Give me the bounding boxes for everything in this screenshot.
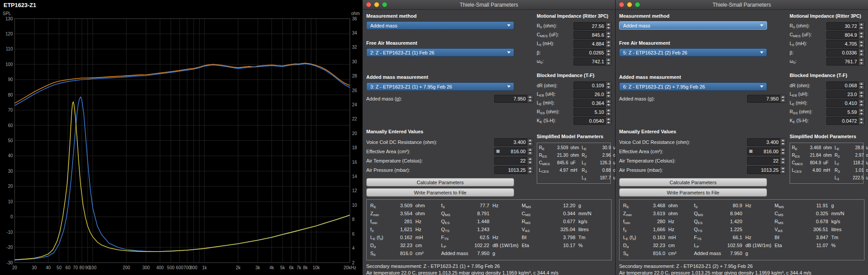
spinner-down-button[interactable] bbox=[859, 26, 864, 30]
spinner-down-button[interactable] bbox=[780, 170, 786, 174]
spinner-up-button[interactable] bbox=[859, 91, 864, 94]
dr-input[interactable]: 0.109 bbox=[574, 81, 612, 89]
spinner-up-button[interactable] bbox=[606, 23, 611, 26]
minimize-button[interactable] bbox=[627, 2, 632, 7]
spinner-up-button[interactable] bbox=[859, 100, 864, 103]
spinner-up-button[interactable] bbox=[606, 82, 611, 85]
l0-input[interactable]: 4.705 bbox=[826, 40, 864, 48]
spinner-up-button[interactable] bbox=[780, 167, 786, 170]
cmes-input[interactable]: 804.9 bbox=[826, 31, 864, 39]
spinner-down-button[interactable] bbox=[606, 103, 611, 107]
spinner-up-button[interactable] bbox=[606, 49, 611, 53]
area-calculator-icon[interactable]: ▦ bbox=[495, 148, 500, 155]
spinner-up-button[interactable] bbox=[780, 95, 786, 99]
measurement-chart[interactable]: 1301201101009080706050403020100-10-20-30… bbox=[0, 0, 362, 275]
spinner-down-button[interactable] bbox=[606, 26, 611, 30]
window-titlebar[interactable]: Thiele-Small Parameters bbox=[363, 0, 615, 10]
r0-input[interactable]: 30.72 bbox=[826, 22, 864, 30]
effective-area-input[interactable]: ▦ 816.00 bbox=[747, 147, 786, 155]
free-air-measurement-select[interactable]: 2: Z - ETP1623-Z1 (1) Feb 26 bbox=[366, 48, 514, 57]
zoom-button[interactable] bbox=[635, 2, 640, 7]
spinner-down-button[interactable] bbox=[780, 142, 786, 146]
spinner-up-button[interactable] bbox=[606, 91, 611, 94]
spinner-down-button[interactable] bbox=[527, 151, 533, 155]
spinner-down-button[interactable] bbox=[606, 62, 611, 66]
beta-input[interactable]: 0.0336 bbox=[826, 49, 864, 57]
spinner-up-button[interactable] bbox=[859, 82, 864, 85]
calculate-parameters-button[interactable]: Calculate Parameters bbox=[619, 178, 767, 186]
spinner-down-button[interactable] bbox=[606, 112, 611, 116]
ke-input[interactable]: 0.0472 bbox=[826, 117, 864, 125]
measurement-method-select[interactable]: Added mass bbox=[619, 21, 767, 30]
spinner-up-button[interactable] bbox=[527, 148, 533, 151]
spinner-up-button[interactable] bbox=[859, 31, 864, 35]
spinner-down-button[interactable] bbox=[606, 44, 611, 48]
spinner-down-button[interactable] bbox=[780, 99, 786, 103]
minimize-button[interactable] bbox=[374, 2, 379, 7]
spinner-down-button[interactable] bbox=[606, 85, 611, 89]
spinner-up-button[interactable] bbox=[527, 167, 533, 170]
spinner-up-button[interactable] bbox=[606, 117, 611, 121]
spinner-up-button[interactable] bbox=[606, 108, 611, 112]
spinner-down-button[interactable] bbox=[527, 142, 533, 146]
le-input[interactable]: 0.364 bbox=[574, 99, 612, 107]
spinner-down-button[interactable] bbox=[527, 170, 533, 174]
le-input[interactable]: 0.410 bbox=[826, 99, 864, 107]
spinner-down-button[interactable] bbox=[606, 53, 611, 57]
spinner-down-button[interactable] bbox=[859, 44, 864, 48]
beta-input[interactable]: 0.0265 bbox=[574, 49, 612, 57]
measurement-method-select[interactable]: Added mass bbox=[366, 21, 514, 30]
window-titlebar[interactable]: Thiele-Small Parameters bbox=[616, 0, 868, 10]
spinner-up-button[interactable] bbox=[780, 157, 786, 161]
spinner-up-button[interactable] bbox=[780, 139, 786, 142]
spinner-up-button[interactable] bbox=[527, 95, 533, 99]
omega0-input[interactable]: 761.7 bbox=[826, 58, 864, 66]
area-calculator-icon[interactable]: ▦ bbox=[748, 148, 753, 155]
air-pressure-input[interactable]: 1013.25 bbox=[494, 166, 533, 174]
added-mass-measurement-select[interactable]: 6: Z - ETP1623-Z1 (2) + 7.95g Feb 26 bbox=[619, 82, 767, 91]
spinner-up-button[interactable] bbox=[859, 40, 864, 44]
spinner-up-button[interactable] bbox=[606, 100, 611, 103]
spinner-down-button[interactable] bbox=[606, 121, 611, 125]
r0-input[interactable]: 27.56 bbox=[574, 22, 612, 30]
spinner-up-button[interactable] bbox=[859, 58, 864, 62]
spinner-down-button[interactable] bbox=[606, 94, 611, 98]
spinner-up-button[interactable] bbox=[859, 108, 864, 112]
spinner-up-button[interactable] bbox=[606, 31, 611, 35]
rss-input[interactable]: 5.59 bbox=[826, 108, 864, 116]
write-parameters-button[interactable]: Write Parameters to File bbox=[366, 188, 514, 197]
free-air-measurement-select[interactable]: 5: Z - ETP1623-Z1 (2) Feb 26 bbox=[619, 48, 767, 57]
ke-input[interactable]: 0.0540 bbox=[574, 117, 612, 125]
added-mass-input[interactable]: 7.950 bbox=[494, 95, 533, 103]
omega0-input[interactable]: 742.1 bbox=[574, 58, 612, 66]
spinner-up-button[interactable] bbox=[859, 117, 864, 121]
spinner-up-button[interactable] bbox=[780, 148, 786, 151]
voice-coil-resistance-input[interactable]: 3.400 bbox=[747, 138, 786, 146]
air-temperature-input[interactable]: 22 bbox=[494, 157, 533, 165]
added-mass-measurement-select[interactable]: 3: Z - ETP1623-Z1 (1) + 7.95g Feb 26 bbox=[366, 82, 514, 91]
spinner-up-button[interactable] bbox=[606, 40, 611, 44]
spinner-down-button[interactable] bbox=[859, 35, 864, 39]
added-mass-input[interactable]: 7.950 bbox=[747, 95, 786, 103]
l0-input[interactable]: 4.884 bbox=[574, 40, 612, 48]
write-parameters-button[interactable]: Write Parameters to File bbox=[619, 188, 767, 197]
zoom-button[interactable] bbox=[382, 2, 387, 7]
dr-input[interactable]: 0.068 bbox=[826, 81, 864, 89]
calculate-parameters-button[interactable]: Calculate Parameters bbox=[366, 178, 514, 186]
spinner-down-button[interactable] bbox=[859, 62, 864, 66]
spinner-down-button[interactable] bbox=[780, 151, 786, 155]
air-pressure-input[interactable]: 1013.25 bbox=[747, 166, 786, 174]
leb-input[interactable]: 26.0 bbox=[574, 90, 612, 98]
spinner-down-button[interactable] bbox=[780, 161, 786, 165]
rss-input[interactable]: 5.10 bbox=[574, 108, 612, 116]
spinner-up-button[interactable] bbox=[859, 49, 864, 53]
effective-area-input[interactable]: ▦ 816.00 bbox=[494, 147, 533, 155]
spinner-down-button[interactable] bbox=[859, 94, 864, 98]
spinner-down-button[interactable] bbox=[859, 112, 864, 116]
spinner-up-button[interactable] bbox=[527, 139, 533, 142]
close-button[interactable] bbox=[619, 2, 624, 7]
spinner-up-button[interactable] bbox=[859, 23, 864, 26]
spinner-down-button[interactable] bbox=[527, 161, 533, 165]
leb-input[interactable]: 23.0 bbox=[826, 90, 864, 98]
cmes-input[interactable]: 845.6 bbox=[574, 31, 612, 39]
